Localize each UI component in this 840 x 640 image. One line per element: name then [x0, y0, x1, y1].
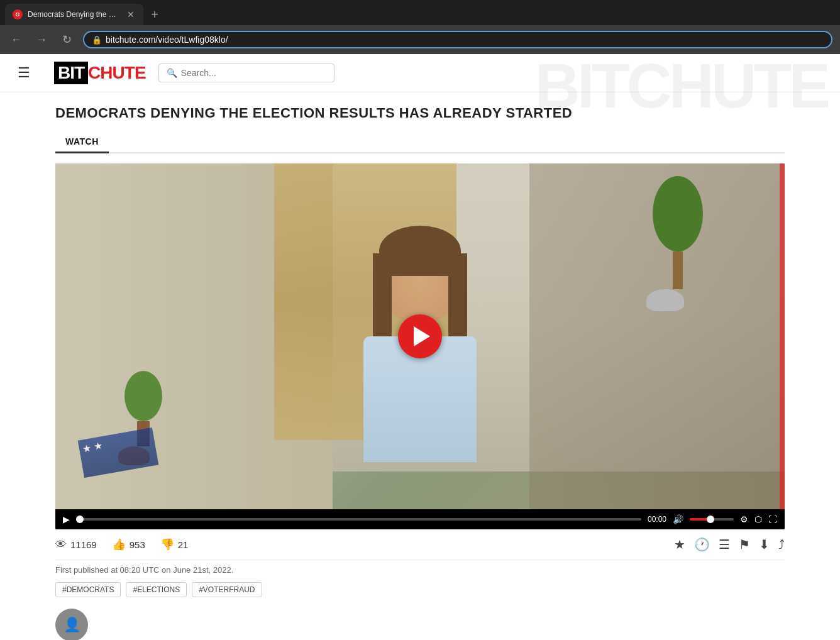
flag-button[interactable]: ⚑	[739, 537, 750, 552]
video-player[interactable]: ★ ★ ▶ 00:00 🔊	[55, 163, 785, 529]
time-display: 00:00	[648, 515, 666, 524]
play-pause-button[interactable]: ▶	[63, 514, 70, 524]
site-header: ☰ BIT CHUTE 🔍 BITCHUTE	[0, 54, 840, 92]
views-stat: 👁 11169	[55, 538, 97, 551]
star-button[interactable]: ★	[674, 537, 685, 552]
published-info: First published at 08:20 UTC on June 21s…	[55, 560, 785, 578]
progress-thumb[interactable]	[76, 516, 84, 523]
action-buttons: ★ 🕐 ☰ ⚑ ⬇ ⤴	[674, 537, 785, 552]
active-tab[interactable]: G Democrats Denying the Election ✕	[5, 4, 143, 25]
watch-later-button[interactable]: 🕐	[694, 537, 710, 552]
channel-avatar[interactable]: 👤	[55, 609, 88, 640]
tab-bar: G Democrats Denying the Election ✕ +	[0, 0, 840, 25]
video-controls: ▶ 00:00 🔊 ⚙ ⬡ ⛶	[55, 509, 785, 529]
playlist-button[interactable]: ☰	[719, 537, 730, 552]
tab-watch[interactable]: WATCH	[55, 131, 109, 153]
video-thumbnail: ★ ★	[55, 163, 785, 509]
back-button[interactable]: ←	[8, 33, 25, 47]
video-tabs: WATCH	[55, 131, 785, 153]
tab-close-button[interactable]: ✕	[126, 9, 136, 19]
download-button[interactable]: ⬇	[759, 537, 770, 552]
address-bar: ← → ↻ 🔒 bitchute.com/video/tLwfig08klo/	[0, 25, 840, 54]
play-button[interactable]	[398, 314, 442, 358]
likes-icon: 👍	[112, 538, 126, 551]
meta-stats: 👁 11169 👍 953 👎 21	[55, 538, 188, 551]
tab-favicon: G	[13, 9, 23, 19]
progress-bar[interactable]	[76, 518, 641, 521]
tag-2[interactable]: #VOTERFRAUD	[192, 582, 262, 597]
tag-1[interactable]: #ELECTIONS	[126, 582, 187, 597]
browser-chrome: G Democrats Denying the Election ✕ + ← →…	[0, 0, 840, 54]
dislikes-stat[interactable]: 👎 21	[160, 538, 189, 551]
tags-container: #DEMOCRATS #ELECTIONS #VOTERFRAUD	[55, 578, 785, 601]
dislikes-count: 21	[178, 539, 189, 550]
lock-icon: 🔒	[92, 35, 102, 45]
logo-chute: CHUTE	[88, 63, 145, 83]
forward-button[interactable]: →	[33, 33, 50, 47]
volume-fill	[690, 518, 707, 521]
tag-0[interactable]: #DEMOCRATS	[55, 582, 121, 597]
settings-button[interactable]: ⚙	[740, 514, 748, 524]
external-button[interactable]: ⬡	[754, 514, 762, 524]
share-button[interactable]: ⤴	[778, 538, 785, 552]
main-content: DEMOCRATS DENYING THE ELECTION RESULTS H…	[43, 92, 797, 640]
address-input-wrapper[interactable]: 🔒 bitchute.com/video/tLwfig08klo/	[83, 31, 832, 48]
scroll-indicator	[780, 163, 785, 509]
volume-thumb[interactable]	[707, 516, 714, 523]
likes-stat[interactable]: 👍 953	[112, 538, 145, 551]
video-title: DEMOCRATS DENYING THE ELECTION RESULTS H…	[55, 105, 785, 121]
search-input[interactable]	[181, 68, 326, 78]
fullscreen-button[interactable]: ⛶	[768, 514, 777, 524]
volume-bar[interactable]	[690, 518, 734, 521]
dislikes-icon: 👎	[160, 538, 174, 551]
hamburger-menu[interactable]: ☰	[13, 62, 35, 84]
video-meta: 👁 11169 👍 953 👎 21 ★ 🕐 ☰ ⚑ ⬇ ⤴	[55, 529, 785, 560]
new-tab-button[interactable]: +	[146, 6, 163, 23]
search-box: 🔍	[158, 63, 334, 82]
likes-count: 953	[130, 539, 145, 550]
reload-button[interactable]: ↻	[58, 33, 75, 47]
url-display: bitchute.com/video/tLwfig08klo/	[106, 35, 824, 45]
page-content: ☰ BIT CHUTE 🔍 BITCHUTE DEMOCRATS DENYING…	[0, 54, 840, 640]
views-count: 11169	[70, 539, 97, 550]
site-logo[interactable]: BIT CHUTE	[54, 62, 146, 84]
search-icon: 🔍	[167, 68, 177, 78]
volume-button[interactable]: 🔊	[673, 514, 683, 524]
logo-bit: BIT	[54, 62, 88, 84]
tab-title: Democrats Denying the Election	[28, 10, 121, 19]
channel-row: 👤	[55, 601, 785, 640]
views-icon: 👁	[55, 538, 67, 551]
